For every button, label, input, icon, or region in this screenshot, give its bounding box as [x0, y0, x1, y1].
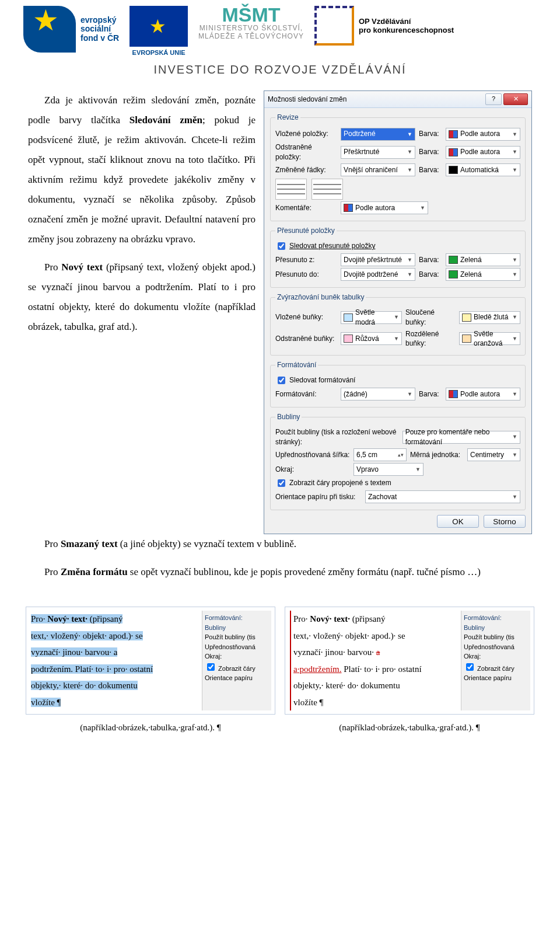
combo-barva-zmenene[interactable]: Automatická▼	[446, 163, 520, 176]
combo-barva-presunuto-do[interactable]: Zelená▼	[446, 268, 520, 281]
combo-odstranene[interactable]: Přeškrtnuté▼	[341, 146, 415, 159]
msmt-logo: MŠMT MINISTERSTVO ŠKOLSTVÍ, MLÁDEŽE A TĚ…	[198, 6, 304, 40]
example-row: Pro· Nový· text· (připsaný text,· vložen…	[0, 607, 560, 715]
group-zvyraz: Zvýrazňování buněk tabulky Vložené buňky…	[270, 292, 526, 356]
group-presunute: Přesunuté položky Sledovat přesunuté pol…	[270, 226, 526, 288]
caption-right: (například·obrázek,·tabulka,·graf·atd.).…	[285, 723, 534, 733]
check-zobrazit-cary[interactable]: Zobrazit čáry propojené s textem	[275, 478, 520, 489]
funding-header: evropský sociální fond v ČR ★ EVROPSKÁ U…	[0, 0, 560, 58]
eu-logo: ★ EVROPSKÁ UNIE	[130, 6, 188, 56]
combo-komentare[interactable]: Podle autora▼	[341, 201, 428, 214]
help-button[interactable]: ?	[485, 93, 502, 105]
combo-barva-presunuto-z[interactable]: Zelená▼	[446, 253, 520, 266]
msmt-line1: MINISTERSTVO ŠKOLSTVÍ,	[198, 24, 304, 32]
preview-icon	[275, 179, 307, 200]
track-changes-options-dialog: Možnosti sledování změn ? ✕ Revize Vlože…	[264, 90, 532, 534]
check-sledovat-format[interactable]: Sledovat formátování	[275, 375, 520, 386]
cancel-button[interactable]: Storno	[484, 515, 526, 528]
op-square-icon	[314, 6, 354, 46]
check-sledovat-presunute[interactable]: Sledovat přesunuté položky	[275, 241, 520, 252]
label-zmenene: Změněné řádky:	[275, 165, 337, 175]
op-text: OP Vzdělávání pro konkurenceschopnost	[359, 17, 454, 34]
label-komentare: Komentáře:	[275, 203, 337, 213]
combo-slouc-bunky[interactable]: Bledě žlutá▼	[459, 311, 520, 324]
label-odstranene: Odstraněné položky:	[275, 142, 337, 162]
combo-orientace[interactable]: Zachovat▼	[365, 490, 520, 503]
esf-star-icon	[23, 6, 76, 53]
side-check[interactable]	[466, 663, 474, 671]
preview-icon	[312, 179, 343, 200]
side-panel-right: Formátování: Bubliny Použít bubliny (tis…	[461, 611, 530, 710]
side-panel-left: Formátování: Bubliny Použít bubliny (tis…	[202, 611, 271, 710]
group-revize: Revize Vložené položky: Podtržené▼ Barva…	[270, 113, 526, 221]
side-check[interactable]	[207, 663, 215, 671]
label-barva: Barva:	[419, 129, 442, 139]
paragraph-4: Pro Změna formátu se opět vyznačí bublin…	[28, 562, 532, 582]
close-button[interactable]: ✕	[503, 93, 528, 105]
paragraph-2: Pro Nový text (připsaný text, vložený ob…	[28, 257, 256, 337]
combo-vloz-bunky[interactable]: Světle modrá▼	[341, 311, 402, 324]
combo-barva-format[interactable]: Podle autora▼	[446, 388, 520, 400]
combo-jednotka[interactable]: Centimetry▼	[467, 448, 520, 461]
paragraph-3: Pro Smazaný text (a jiné objekty) se vyz…	[28, 534, 532, 554]
esf-logo: evropský sociální fond v ČR	[23, 6, 119, 53]
label-vlozene: Vložené položky:	[275, 129, 337, 139]
combo-zmenene[interactable]: Vnější ohraničení▼	[341, 163, 415, 176]
paragraph-1: Zda je aktivován režim sledování změn, p…	[28, 90, 256, 249]
spin-sirka[interactable]: 6,5 cm▴▾	[354, 448, 407, 461]
msmt-big: MŠMT	[198, 6, 304, 24]
combo-barva-odstranene[interactable]: Podle autora▼	[446, 146, 520, 159]
op-logo: OP Vzdělávání pro konkurenceschopnost	[314, 6, 454, 46]
dialog-title: Možnosti sledování změn	[268, 95, 346, 105]
header-subtitle: INVESTICE DO ROZVOJE VZDĚLÁVÁNÍ	[0, 63, 560, 76]
example-right: Pro· Nový· text· (připsaný text,· vložen…	[285, 607, 534, 715]
group-bubliny: Bubliny Použít bubliny (tisk a rozložení…	[270, 412, 526, 510]
example-left: Pro· Nový· text· (připsaný text,· vložen…	[26, 607, 275, 715]
combo-okraj[interactable]: Vpravo▼	[354, 463, 424, 476]
combo-pouzit-bubliny[interactable]: Pouze pro komentáře nebo formátování▼	[402, 431, 520, 444]
eu-flag-icon: ★	[130, 6, 188, 47]
combo-vlozene[interactable]: Podtržené▼	[341, 128, 415, 141]
ok-button[interactable]: OK	[437, 515, 479, 528]
combo-presunuto-z[interactable]: Dvojitě přeškrtnuté▼	[341, 253, 415, 266]
dialog-titlebar: Možnosti sledování změn ? ✕	[264, 91, 531, 108]
combo-barva-vlozene[interactable]: Podle autora▼	[446, 128, 520, 141]
msmt-line2: MLÁDEŽE A TĚLOVÝCHOVY	[198, 32, 304, 40]
combo-presunuto-do[interactable]: Dvojitě podtržené▼	[341, 268, 415, 281]
esf-text: evropský sociální fond v ČR	[80, 16, 119, 43]
combo-formatovani[interactable]: (žádné)▼	[341, 388, 415, 400]
caption-left: (například·obrázek,·tabulka,·graf·atd.).…	[26, 723, 275, 733]
eu-label: EVROPSKÁ UNIE	[132, 49, 186, 56]
combo-odstr-bunky[interactable]: Růžová▼	[341, 332, 402, 345]
combo-rozdel-bunky[interactable]: Světle oranžová▼	[459, 332, 520, 345]
group-format: Formátování Sledovat formátování Formáto…	[270, 360, 526, 407]
